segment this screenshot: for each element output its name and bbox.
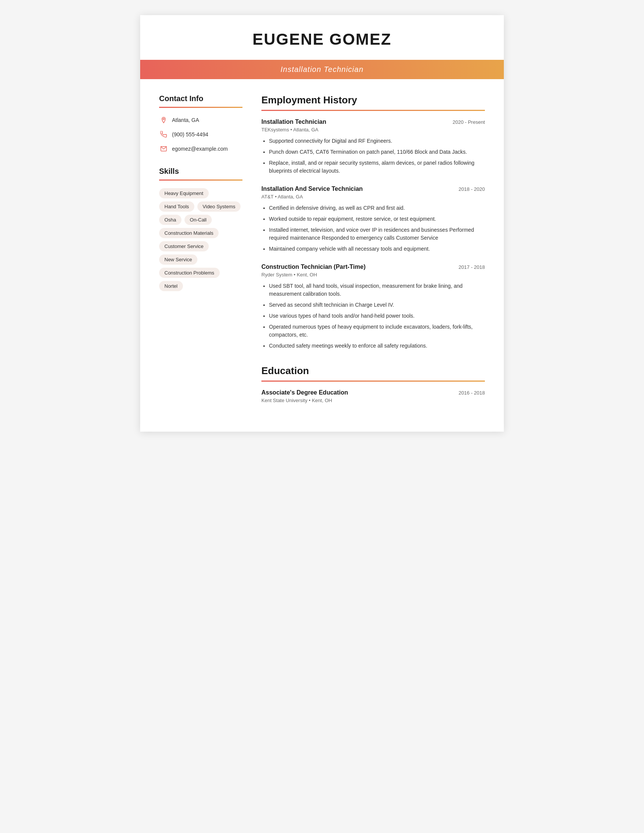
bullet-item: Operated numerous types of heavy equipme… <box>269 323 485 339</box>
location-text: Atlanta, GA <box>172 117 199 123</box>
jobs-container: Installation Technician2020 - PresentTEK… <box>261 119 485 350</box>
location-icon <box>159 116 168 125</box>
bullet-item: Conducted safety meetings weekly to enfo… <box>269 342 485 350</box>
skills-section-title: Skills <box>159 167 242 176</box>
job-dates: 2020 - Present <box>453 119 485 125</box>
job-bullets: Certified in defensive driving, as well … <box>261 204 485 253</box>
edu-header: Associate's Degree Education2016 - 2018 <box>261 389 485 396</box>
job-meta: AT&T • Atlanta, GA <box>261 194 485 199</box>
contact-phone: (900) 555-4494 <box>159 130 242 139</box>
job-dates: 2018 - 2020 <box>459 186 485 192</box>
skill-tag: Customer Service <box>159 241 209 251</box>
job-meta: Ryder System • Kent, OH <box>261 272 485 278</box>
job-dates: 2017 - 2018 <box>459 264 485 270</box>
bullet-item: Certified in defensive driving, as well … <box>269 204 485 212</box>
contact-section-title: Contact Info <box>159 94 242 103</box>
job-title-banner: Installation Technician <box>140 60 504 79</box>
skills-divider <box>159 180 242 181</box>
skills-section: Skills Heavy EquipmentHand ToolsVideo Sy… <box>159 167 242 291</box>
skill-tag: Osha <box>159 215 182 225</box>
employment-divider <box>261 110 485 111</box>
job-bullets: Used SBT tool, all hand tools, visual in… <box>261 282 485 350</box>
job-header: Installation Technician2020 - Present <box>261 119 485 125</box>
candidate-name: EUGENE GOMEZ <box>148 30 496 48</box>
education-divider <box>261 381 485 382</box>
sidebar: Contact Info Atlanta, GA <box>159 94 242 403</box>
phone-text: (900) 555-4494 <box>172 131 208 137</box>
skills-list: Heavy EquipmentHand ToolsVideo SystemsOs… <box>159 188 242 291</box>
job-block: Installation Technician2020 - PresentTEK… <box>261 119 485 175</box>
skill-tag: On-Call <box>185 215 212 225</box>
contact-location: Atlanta, GA <box>159 116 242 125</box>
employment-section-title: Employment History <box>261 94 485 106</box>
skill-tag: Hand Tools <box>159 201 194 212</box>
education-section-title: Education <box>261 365 485 377</box>
resume-container: EUGENE GOMEZ Installation Technician Con… <box>140 15 504 432</box>
job-block: Construction Technician (Part-Time)2017 … <box>261 264 485 350</box>
email-icon <box>159 144 168 153</box>
job-title-text: Installation Technician <box>261 119 326 125</box>
skill-tag: Nortel <box>159 281 183 291</box>
bullet-item: Use various types of hand tools and/or h… <box>269 312 485 320</box>
job-title-text: Construction Technician (Part-Time) <box>261 264 365 270</box>
edu-meta: Kent State University • Kent, OH <box>261 397 485 403</box>
job-header: Installation And Service Technician2018 … <box>261 185 485 192</box>
bullet-item: Replace, install, and or repair security… <box>269 159 485 175</box>
skill-tag: Construction Materials <box>159 228 219 238</box>
edu-degree: Associate's Degree Education <box>261 389 348 396</box>
job-title-text: Installation And Service Technician <box>261 185 363 192</box>
resume-header: EUGENE GOMEZ <box>140 15 504 56</box>
edu-dates: 2016 - 2018 <box>459 390 485 396</box>
svg-point-0 <box>163 118 164 120</box>
contact-divider <box>159 107 242 108</box>
bullet-item: Installed internet, television, and voic… <box>269 226 485 242</box>
bullet-item: Used SBT tool, all hand tools, visual in… <box>269 282 485 298</box>
contact-section: Contact Info Atlanta, GA <box>159 94 242 153</box>
job-block: Installation And Service Technician2018 … <box>261 185 485 253</box>
edu-container: Associate's Degree Education2016 - 2018K… <box>261 389 485 403</box>
phone-icon <box>159 130 168 139</box>
skill-tag: New Service <box>159 254 197 265</box>
job-title: Installation Technician <box>280 65 363 74</box>
skill-tag: Heavy Equipment <box>159 188 209 198</box>
bullet-item: Punch down CAT5, CAT6 Termination on pat… <box>269 148 485 156</box>
job-bullets: Supported connectivity for Digital and R… <box>261 137 485 175</box>
job-meta: TEKsystems • Atlanta, GA <box>261 127 485 132</box>
bullet-item: Served as second shift technician in Cha… <box>269 301 485 309</box>
contact-email: egomez@example.com <box>159 144 242 153</box>
employment-section: Employment History Installation Technici… <box>261 94 485 350</box>
bullet-item: Maintained company vehicle with all nece… <box>269 245 485 253</box>
job-header: Construction Technician (Part-Time)2017 … <box>261 264 485 270</box>
bullet-item: Supported connectivity for Digital and R… <box>269 137 485 145</box>
edu-block: Associate's Degree Education2016 - 2018K… <box>261 389 485 403</box>
skill-tag: Construction Problems <box>159 268 220 278</box>
main-content: Employment History Installation Technici… <box>261 94 485 403</box>
bullet-item: Worked outside to repair equipment, rest… <box>269 215 485 223</box>
email-text: egomez@example.com <box>172 146 228 152</box>
resume-body: Contact Info Atlanta, GA <box>140 79 504 418</box>
skill-tag: Video Systems <box>197 201 241 212</box>
education-section: Education Associate's Degree Education20… <box>261 365 485 403</box>
